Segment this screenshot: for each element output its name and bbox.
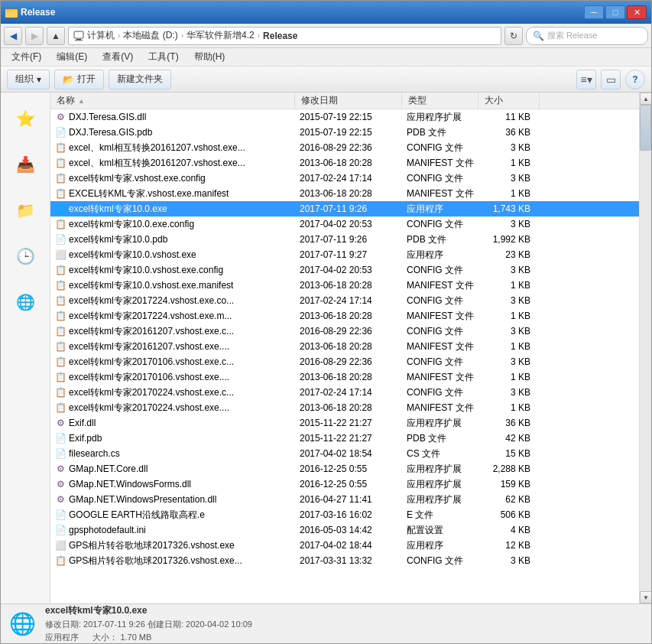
view-button[interactable]: ≡▾ [576,70,596,89]
file-cell-size: 3 KB [478,553,540,568]
file-name-text: excel转kml专家10.0.exe [69,203,167,216]
forward-button[interactable]: ▶ [25,27,44,45]
file-cell-date: 2016-12-25 0:55 [295,476,402,492]
file-row[interactable]: ⚙GMap.NET.Core.dll2016-12-25 0:55应用程序扩展2… [50,461,639,476]
breadcrumb-folder[interactable]: 华军软件新增4.2 [187,29,255,42]
file-row[interactable]: 📄Exif.pdb2015-11-22 21:27PDB 文件42 KB [50,431,639,446]
file-row[interactable]: 📄excel转kml专家10.0.pdb2017-07-11 9:26PDB 文… [50,232,639,247]
menu-view[interactable]: 查看(V) [95,49,141,65]
file-row[interactable]: ⚙GMap.NET.WindowsForms.dll2016-12-25 0:5… [50,476,639,492]
file-row[interactable]: 📋excel转kml专家20170224.vshost.exe.c...2017… [50,385,639,400]
file-row[interactable]: 📋excel转kml专家20161207.vshost.exe.c...2016… [50,324,639,339]
sidebar-network[interactable]: 🌐 [4,281,47,324]
file-row[interactable]: 📄gpsphotodefault.ini2016-05-03 14:42配置设置… [50,522,639,538]
file-row[interactable]: 🌐excel转kml专家10.0.exe2017-07-11 9:26应用程序1… [50,201,639,216]
menu-edit[interactable]: 编辑(E) [49,49,95,65]
file-row[interactable]: 📋excel转kml专家.vshost.exe.config2017-02-24… [50,171,639,186]
file-row[interactable]: 📋EXCEL转KML专家.vshost.exe.manifest2013-06-… [50,186,639,201]
file-row[interactable]: 📋excel转kml专家2017224.vshost.exe.m...2013-… [50,308,639,324]
scrollbar-track[interactable] [640,105,651,591]
preview-button[interactable]: ▭ [601,70,621,89]
file-cell-size: 36 KB [478,125,540,140]
sidebar-downloads[interactable]: 📥 [4,143,47,186]
file-row[interactable]: 📄DXJ.Teresa.GIS.pdb2015-07-19 22:15PDB 文… [50,125,639,140]
breadcrumb-computer[interactable]: 计算机 [87,29,115,42]
file-row[interactable]: ⬜GPS相片转谷歌地球2017326.vshost.exe2017-04-02 … [50,538,639,553]
file-name-text: GPS相片转谷歌地球2017326.vshost.exe [69,539,235,552]
file-icon: 📄 [55,509,66,520]
search-bar[interactable]: 🔍 搜索 Release [526,27,648,45]
col-header-date[interactable]: 修改日期 [295,93,402,109]
help-button[interactable]: ? [625,70,645,89]
breadcrumb-current[interactable]: Release [263,31,297,41]
file-row[interactable]: ⚙GMap.NET.WindowsPresentation.dll2016-04… [50,492,639,507]
create-label: 创建日期: 2020-04-02 10:09 [148,620,252,629]
up-button[interactable]: ▲ [47,27,65,45]
maximize-button[interactable]: □ [605,5,625,19]
organize-button[interactable]: 组织 ▾ [7,70,50,89]
menu-file[interactable]: 文件(F) [4,49,49,65]
file-cell-name: 🌐excel转kml专家10.0.exe [50,201,295,216]
file-row[interactable]: 📋excel、kml相互转换20161207.vshost.exe...2013… [50,155,639,171]
menu-tools[interactable]: 工具(T) [141,49,186,65]
file-cell-type: E 文件 [402,507,478,522]
file-row[interactable]: 📋excel转kml专家20170224.vshost.exe....2013-… [50,400,639,415]
scroll-down-button[interactable]: ▼ [640,591,651,603]
file-row[interactable]: 📋excel转kml专家20170106.vshost.exe.c...2016… [50,354,639,369]
file-row[interactable]: 📋excel转kml专家10.0.vshost.exe.manifest2013… [50,278,639,293]
file-cell-date: 2016-04-27 11:41 [295,492,402,507]
breadcrumb-drive[interactable]: 本地磁盘 (D:) [123,29,177,42]
file-row[interactable]: 📋excel、kml相互转换20161207.vshost.exe...2016… [50,140,639,155]
file-name-text: GMap.NET.Core.dll [69,463,148,474]
file-cell-date: 2015-07-19 22:15 [295,125,402,140]
file-cell-name: 📋excel转kml专家20161207.vshost.exe.... [50,339,295,354]
close-button[interactable]: ✕ [627,5,647,19]
status-type: 应用程序 [45,633,79,642]
minimize-button[interactable]: ─ [584,5,604,19]
file-cell-size: 1 KB [478,308,540,324]
title-bar-left: Release [5,6,55,18]
file-cell-date: 2015-11-22 21:27 [295,431,402,446]
col-header-size[interactable]: 大小 [478,93,540,109]
file-row[interactable]: ⚙Exif.dll2015-11-22 21:27应用程序扩展36 KB [50,415,639,431]
menu-help[interactable]: 帮助(H) [187,49,233,65]
file-row[interactable]: 📄filesearch.cs2017-04-02 18:54CS 文件15 KB [50,446,639,461]
file-row[interactable]: 📋excel转kml专家20170106.vshost.exe....2013-… [50,369,639,385]
scroll-up-button[interactable]: ▲ [640,93,651,105]
file-row[interactable]: 📋excel转kml专家20161207.vshost.exe....2013-… [50,339,639,354]
file-row[interactable]: ⬜excel转kml专家10.0.vshost.exe2017-07-11 9:… [50,247,639,262]
col-header-type[interactable]: 类型 [402,93,478,109]
file-cell-name: 📋excel转kml专家2017224.vshost.exe.m... [50,308,295,324]
file-cell-type: 应用程序扩展 [402,476,478,492]
file-row[interactable]: ⚙DXJ.Teresa.GIS.dll2015-07-19 22:15应用程序扩… [50,109,639,125]
file-cell-name: ⚙GMap.NET.WindowsForms.dll [50,476,295,492]
file-cell-date: 2013-06-18 20:28 [295,339,402,354]
file-row[interactable]: 📋excel转kml专家10.0.exe.config2017-04-02 20… [50,216,639,232]
new-folder-button[interactable]: 新建文件夹 [109,70,171,89]
file-icon: 📋 [55,387,66,398]
sidebar-desktop[interactable]: 📁 [4,189,47,232]
file-name-text: excel转kml专家20170224.vshost.exe.... [69,402,229,415]
file-row[interactable]: 📋excel转kml专家2017224.vshost.exe.co...2017… [50,293,639,308]
scrollbar[interactable]: ▲ ▼ [639,93,651,603]
file-row[interactable]: 📋GPS相片转谷歌地球2017326.vshost.exe...2017-03-… [50,553,639,568]
file-name-text: excel转kml专家2017224.vshost.exe.m... [69,310,232,323]
file-name-text: GOOGLE EARTH沿线路取高程.e [69,509,205,522]
col-header-name[interactable]: 名称 ▲ [50,93,295,109]
breadcrumb-bar[interactable]: 计算机 › 本地磁盘 (D:) › 华军软件新增4.2 › Release [68,27,501,45]
file-cell-size: 1,992 KB [478,232,540,247]
open-button[interactable]: 📂 打开 [54,70,104,89]
file-cell-date: 2017-04-02 18:54 [295,446,402,461]
scrollbar-thumb[interactable] [640,105,651,151]
sidebar-recent[interactable]: 🕒 [4,235,47,278]
file-cell-size: 1 KB [478,339,540,354]
file-name-text: EXCEL转KML专家.vshost.exe.manifest [69,187,229,200]
file-cell-size: 4 KB [478,522,540,538]
back-button[interactable]: ◀ [4,27,22,45]
file-cell-date: 2016-08-29 22:36 [295,140,402,155]
sidebar-favorites[interactable]: ⭐ [4,97,47,140]
file-row[interactable]: 📄GOOGLE EARTH沿线路取高程.e2017-03-16 16:02E 文… [50,507,639,522]
refresh-button[interactable]: ↻ [504,27,523,45]
file-list[interactable]: ⚙DXJ.Teresa.GIS.dll2015-07-19 22:15应用程序扩… [50,109,639,603]
file-row[interactable]: 📋excel转kml专家10.0.vshost.exe.config2017-0… [50,262,639,278]
